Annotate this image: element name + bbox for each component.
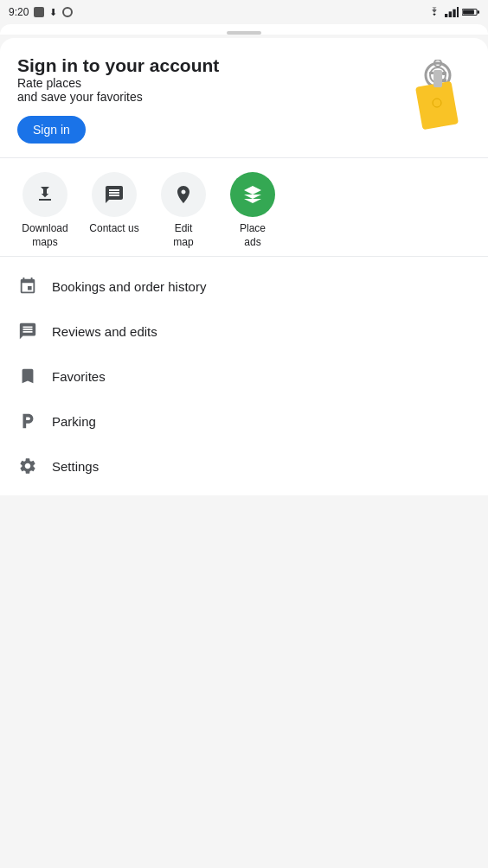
menu-item-parking[interactable]: Parking <box>0 399 488 444</box>
download-maps-label: Downloadmaps <box>22 222 67 249</box>
place-ads-icon <box>242 184 263 205</box>
svg-point-11 <box>433 99 441 107</box>
drag-handle <box>227 31 261 35</box>
reviews-label: Reviews and edits <box>52 324 157 339</box>
time: 9:20 <box>9 6 29 18</box>
main-panel: Sign in to your account Rate places and … <box>0 38 488 495</box>
place-ads-icon-circle <box>230 172 275 217</box>
signin-text-block: Sign in to your account Rate places and … <box>17 55 219 144</box>
signin-subtitle: Rate places and save your favorites <box>17 76 219 104</box>
contact-us-icon <box>104 184 125 205</box>
square-icon <box>34 7 44 17</box>
svg-rect-5 <box>463 10 474 15</box>
place-ads-label: Placeads <box>240 222 266 249</box>
bookings-label: Bookings and order history <box>52 279 206 294</box>
signin-button[interactable]: Sign in <box>17 116 86 144</box>
svg-rect-14 <box>442 79 446 82</box>
contact-us-icon-circle <box>92 172 137 217</box>
status-left: 9:20 ⬇ <box>9 6 73 18</box>
menu-item-reviews[interactable]: Reviews and edits <box>0 309 488 354</box>
favorites-label: Favorites <box>52 369 106 384</box>
action-place-ads[interactable]: Placeads <box>218 172 287 249</box>
signin-title: Sign in to your account <box>17 55 219 76</box>
svg-rect-15 <box>429 72 433 74</box>
menu-item-bookings[interactable]: Bookings and order history <box>0 264 488 309</box>
svg-rect-12 <box>433 70 442 87</box>
download-maps-icon <box>35 184 55 205</box>
battery-icon <box>462 7 479 17</box>
quick-actions: Downloadmaps Contact us Editmap <box>0 158 488 257</box>
menu-list: Bookings and order history Reviews and e… <box>0 257 488 495</box>
action-edit-map[interactable]: Editmap <box>149 172 218 249</box>
svg-rect-0 <box>445 14 447 17</box>
circle-icon <box>62 7 73 17</box>
action-download-maps[interactable]: Downloadmaps <box>10 172 80 249</box>
menu-item-settings[interactable]: Settings <box>0 444 488 488</box>
svg-rect-2 <box>453 10 455 17</box>
key-illustration <box>401 60 471 140</box>
bookmark-icon <box>17 366 38 386</box>
parking-label: Parking <box>52 414 96 429</box>
action-contact-us[interactable]: Contact us <box>80 172 149 249</box>
contact-us-label: Contact us <box>89 222 138 236</box>
edit-map-label: Editmap <box>173 222 193 249</box>
edit-map-icon <box>173 184 194 205</box>
edit-map-icon-circle <box>161 172 206 217</box>
status-bar: 9:20 ⬇ <box>0 0 488 24</box>
status-right <box>427 7 479 17</box>
svg-rect-6 <box>478 10 479 14</box>
parking-icon <box>17 411 38 431</box>
wifi-icon <box>427 7 441 17</box>
download-maps-icon-circle <box>22 172 67 217</box>
settings-label: Settings <box>52 459 99 474</box>
svg-rect-3 <box>457 7 459 17</box>
signal-icon <box>445 7 459 17</box>
gear-icon <box>17 456 38 476</box>
download-status-icon: ⬇ <box>49 7 57 18</box>
menu-item-favorites[interactable]: Favorites <box>0 354 488 399</box>
calendar-icon <box>17 276 38 297</box>
signin-section: Sign in to your account Rate places and … <box>0 38 488 158</box>
chat-bubble-icon <box>17 321 38 341</box>
svg-rect-1 <box>449 11 452 17</box>
panel-top <box>0 24 488 35</box>
svg-rect-13 <box>442 72 446 75</box>
